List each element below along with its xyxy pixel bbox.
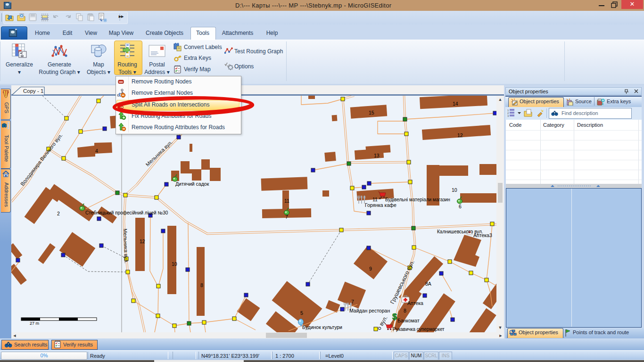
svg-text:Стебницький професійний ліцей: Стебницький професійний ліцей №30: [85, 210, 168, 215]
svg-text:Будівельні матеріали магазин: Будівельні матеріали магазин: [385, 197, 450, 202]
svg-text:9: 9: [369, 266, 372, 272]
svg-text:12: 12: [140, 239, 145, 244]
svg-text:10: 10: [172, 261, 177, 267]
svg-text:2: 2: [57, 211, 60, 216]
svg-text:27 m: 27 m: [30, 321, 39, 326]
svg-text:14: 14: [453, 101, 458, 107]
svg-text:Copy - 1: Copy - 1: [23, 88, 43, 94]
svg-text:12: 12: [457, 132, 463, 138]
svg-text:7: 7: [285, 214, 288, 220]
svg-text:$: $: [392, 312, 397, 321]
svg-text:11 *: 11 *: [372, 197, 381, 202]
svg-text:15: 15: [369, 110, 374, 115]
svg-text:13: 13: [374, 153, 380, 158]
svg-text:11: 11: [284, 198, 289, 204]
svg-text:6: 6: [459, 204, 462, 209]
svg-text:Будинок культури: Будинок культури: [302, 324, 342, 330]
svg-text:Рукавичка супермаркет: Рукавичка супермаркет: [393, 327, 445, 332]
svg-text:5: 5: [300, 310, 303, 316]
svg-text:Калнишевського вул.: Калнишевського вул.: [437, 229, 483, 234]
svg-text:Горянка кафе: Горянка кафе: [365, 202, 396, 208]
svg-text:10: 10: [452, 187, 457, 193]
svg-text:4: 4: [95, 148, 98, 154]
svg-text:Дитячий садок: Дитячий садок: [175, 181, 209, 187]
svg-text:8: 8: [200, 282, 203, 288]
svg-text:8A: 8A: [425, 281, 431, 287]
svg-text:3: 3: [507, 115, 509, 117]
svg-text:7: 7: [351, 299, 354, 304]
svg-text:Банкомат: Банкомат: [397, 318, 420, 323]
svg-text:Аптека: Аптека: [407, 300, 423, 306]
svg-text:8: 8: [404, 308, 406, 313]
svg-text:Майдан ресторан: Майдан ресторан: [349, 308, 390, 313]
